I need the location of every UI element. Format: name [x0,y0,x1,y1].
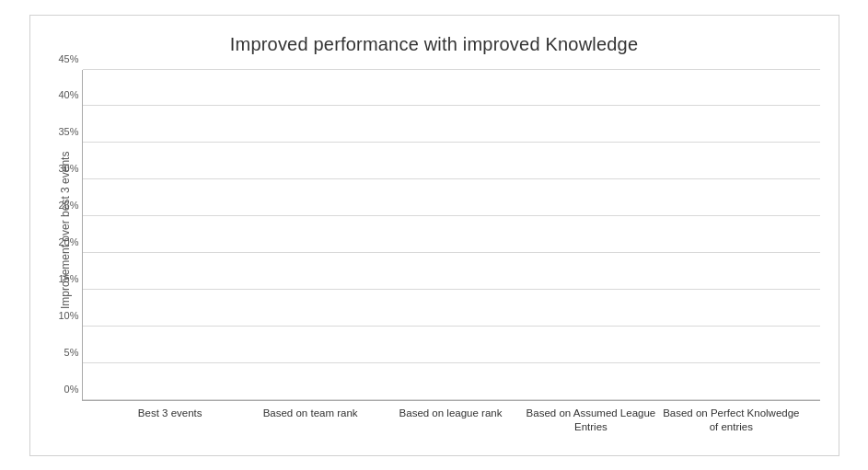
chart-container: Improved performance with improved Knowl… [29,15,839,456]
x-label: Based on Assumed League Entries [521,407,661,435]
y-tick-label: 30% [48,163,79,174]
x-label: Based on team rank [240,407,380,435]
y-tick-label: 5% [48,347,79,358]
x-label: Best 3 events [100,407,240,435]
y-axis-label: Improvement over best 3 events [59,162,72,309]
grid-and-bars: 0%5%10%15%20%25%30%35%40%45% [82,70,820,401]
y-tick-label: 45% [48,53,79,64]
chart-title: Improved performance with improved Knowl… [49,34,820,55]
x-labels-row: Best 3 eventsBased on team rankBased on … [82,401,820,435]
x-label: Based on Perfect Knolwedge of entries [661,407,801,435]
y-tick-label: 10% [48,310,79,321]
y-tick-label: 20% [48,236,79,247]
y-tick-label: 0% [48,384,79,395]
y-tick-label: 15% [48,273,79,284]
y-tick-label: 25% [48,200,79,211]
bars-row [83,70,820,400]
y-tick-label: 35% [48,126,79,137]
y-tick-label: 40% [48,89,79,100]
x-label: Based on league rank [380,407,520,435]
